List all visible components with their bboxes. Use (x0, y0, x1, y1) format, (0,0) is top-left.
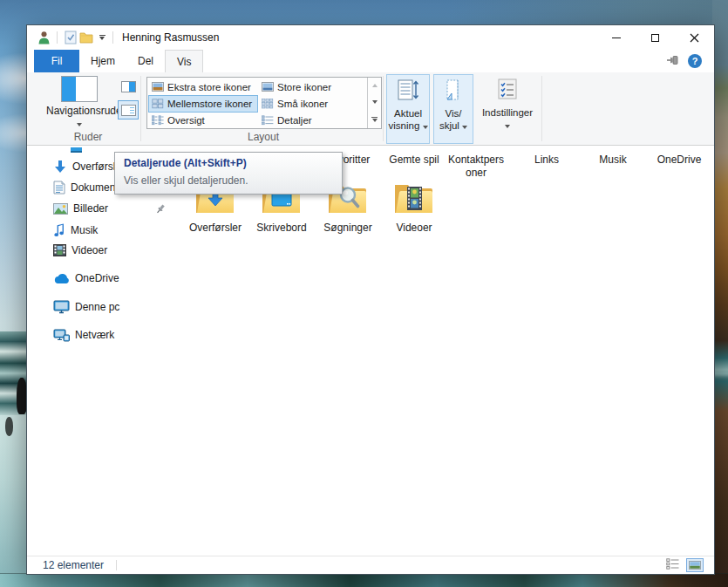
maximize-icon (651, 34, 659, 42)
separator (112, 31, 113, 44)
desktop: Henning Rasmussen Fil Hjem Del Vis ? (0, 0, 728, 587)
properties-quick-access-icon[interactable] (63, 30, 78, 45)
extra-large-icons-icon (152, 82, 164, 92)
navigation-pane-button[interactable]: Navigationsrude (46, 76, 112, 132)
status-bar: 12 elementer (27, 556, 714, 574)
details-pane-tooltip: Detaljerude (Alt+Skift+P) Vis eller skju… (114, 152, 343, 195)
shore-water (0, 574, 728, 587)
gallery-more-icon[interactable] (371, 117, 378, 122)
gallery-scrollbar[interactable] (367, 78, 381, 128)
group-separator (383, 76, 384, 141)
customize-quick-access-dropdown[interactable] (97, 35, 107, 40)
folder-item-videoer[interactable]: Videoer (381, 181, 447, 234)
tab-fil[interactable]: Fil (34, 50, 79, 72)
download-icon (53, 160, 67, 174)
scroll-down-icon[interactable] (372, 100, 378, 104)
item-count: 12 elementer (43, 559, 104, 571)
document-icon (53, 181, 65, 195)
tooltip-title: Detaljerude (Alt+Skift+P) (124, 157, 333, 169)
network-icon (53, 328, 70, 342)
picture-icon (53, 203, 68, 215)
sidebar-item-videoer[interactable]: Videoer (53, 244, 107, 256)
file-item-label[interactable]: Gemte spil (383, 154, 446, 167)
help-button[interactable]: ? (688, 54, 702, 68)
close-button[interactable] (675, 25, 714, 50)
tab-vis[interactable]: Vis (165, 50, 203, 72)
maximize-button[interactable] (636, 25, 675, 50)
tooltip-body: Vis eller skjul detaljeruden. (124, 174, 333, 187)
layout-gallery: Ekstra store ikoner Store ikoner Mellems… (146, 77, 382, 129)
layout-option-mellemstore-ikoner[interactable]: Mellemstore ikoner (148, 95, 258, 112)
large-icons-view-toggle[interactable] (686, 558, 704, 572)
pin-ribbon-icon[interactable] (666, 54, 679, 69)
current-view-button[interactable]: Aktuel visning (386, 74, 430, 144)
chevron-down-icon (462, 126, 467, 129)
separator (57, 31, 58, 44)
user-folder-icon (36, 30, 51, 45)
current-view-icon (387, 78, 429, 104)
group-label-layout: Layout (142, 131, 384, 143)
close-icon (690, 33, 699, 43)
details-view-icon (262, 115, 274, 126)
separator (116, 560, 117, 570)
navigation-pane-icon (61, 76, 98, 102)
show-hide-button[interactable]: Vis/ skjul (433, 74, 473, 144)
sidebar-item-denne-pc[interactable]: Denne pc (53, 300, 119, 314)
small-icons-icon (262, 99, 274, 109)
group-separator (140, 76, 141, 141)
details-view-toggle[interactable] (666, 558, 679, 572)
sidebar-item-netvaerk[interactable]: Netværk (53, 328, 114, 342)
details-view-icon (666, 558, 679, 570)
minimize-button[interactable] (596, 25, 636, 50)
chevron-down-icon (423, 126, 428, 129)
video-icon (53, 244, 66, 256)
chevron-down-icon (505, 125, 510, 128)
computer-icon (53, 300, 70, 314)
new-folder-quick-access-icon[interactable] (78, 30, 94, 45)
thumbnail-view-icon (689, 561, 701, 570)
options-icon (480, 78, 534, 103)
tab-del[interactable]: Del (126, 50, 165, 72)
preview-pane-icon (121, 81, 136, 92)
tab-hjem[interactable]: Hjem (79, 50, 126, 72)
beach-figure-silhouette (5, 417, 13, 436)
details-pane-icon (121, 105, 136, 116)
show-hide-icon (434, 78, 473, 104)
file-explorer-window: Henning Rasmussen Fil Hjem Del Vis ? (26, 24, 715, 575)
group-label-ruder: Ruder (34, 131, 142, 143)
group-separator (541, 76, 542, 141)
minimize-icon (612, 38, 621, 38)
preview-pane-button[interactable] (118, 77, 139, 96)
list-view-icon (152, 115, 164, 126)
file-item-label[interactable]: Kontaktpersoner (447, 154, 505, 180)
music-icon (53, 223, 65, 237)
clipped-sidebar-icon (71, 147, 82, 153)
layout-option-ekstra-store-ikoner[interactable]: Ekstra store ikoner (148, 78, 258, 95)
ribbon-vis-panel: Navigationsrude Ruder Ekstra (27, 72, 714, 146)
pin-icon[interactable] (155, 203, 167, 217)
file-item-label[interactable]: Links (515, 154, 578, 167)
layout-option-store-ikoner[interactable]: Store ikoner (258, 78, 368, 95)
folder-videos-icon (393, 181, 435, 217)
layout-option-sma-ikoner[interactable]: Små ikoner (258, 95, 368, 112)
ribbon-group-ruder: Navigationsrude Ruder (34, 72, 142, 146)
file-item-label[interactable]: OneDrive (648, 154, 711, 167)
details-pane-button[interactable] (118, 100, 139, 119)
medium-icons-icon (152, 99, 164, 109)
onedrive-cloud-icon (53, 273, 70, 284)
file-item-label[interactable]: Musik (582, 154, 644, 167)
layout-option-detaljer[interactable]: Detaljer (258, 113, 368, 129)
title-bar[interactable]: Henning Rasmussen (27, 25, 714, 50)
navigation-pane-label: Navigationsrude (46, 105, 112, 117)
sidebar-item-billeder[interactable]: Billeder (53, 202, 108, 215)
window-title: Henning Rasmussen (122, 31, 219, 44)
sidebar-item-onedrive[interactable]: OneDrive (53, 272, 119, 284)
large-icons-icon (262, 82, 274, 92)
options-button[interactable]: Indstillinger (480, 74, 534, 144)
ribbon-group-layout: Ekstra store ikoner Store ikoner Mellems… (142, 72, 384, 146)
scroll-up-icon[interactable] (372, 84, 378, 87)
sidebar-item-musik[interactable]: Musik (53, 223, 98, 237)
ribbon-tab-strip: Fil Hjem Del Vis ? (27, 50, 714, 72)
chevron-down-icon (77, 123, 82, 126)
layout-option-oversigt[interactable]: Oversigt (148, 113, 258, 129)
